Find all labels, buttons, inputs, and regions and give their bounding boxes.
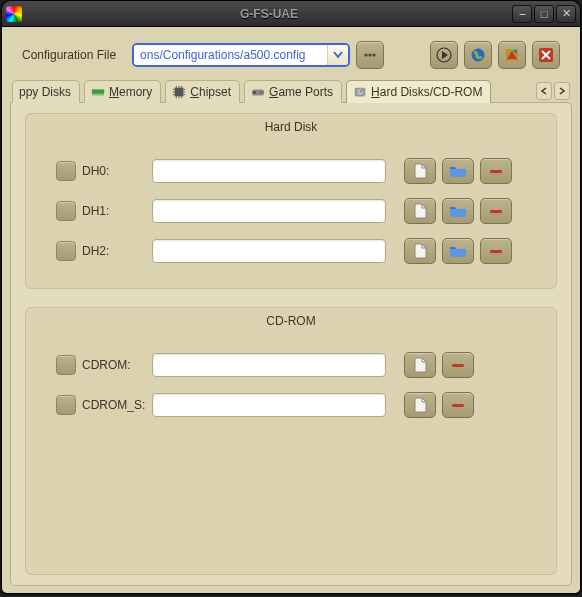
web-button[interactable]	[464, 41, 492, 69]
theme-button[interactable]	[498, 41, 526, 69]
checkbox-cdrom-enable[interactable]	[56, 355, 76, 375]
label-dh2: DH2:	[82, 244, 146, 258]
input-dh1-path[interactable]	[152, 199, 386, 223]
row-cdrom: CDROM:	[56, 352, 536, 378]
label-cdrom-s: CDROM_S:	[82, 398, 146, 412]
tab-label: Chipset	[190, 85, 231, 99]
config-file-combo[interactable]	[132, 43, 350, 67]
checkbox-dh2-enable[interactable]	[56, 241, 76, 261]
group-caption: Hard Disk	[26, 120, 556, 134]
checkbox-dh0-enable[interactable]	[56, 161, 76, 181]
gamepad-icon	[251, 85, 265, 99]
group-caption: CD-ROM	[26, 314, 556, 328]
file-icon	[411, 163, 429, 179]
label-dh0: DH0:	[82, 164, 146, 178]
chevron-left-icon	[540, 87, 548, 95]
remove-icon	[449, 397, 467, 413]
checkbox-dh1-enable[interactable]	[56, 201, 76, 221]
run-button[interactable]	[430, 41, 458, 69]
checkbox-cdrom-s-enable[interactable]	[56, 395, 76, 415]
tab-label: Memory	[109, 85, 152, 99]
config-file-input[interactable]	[134, 45, 327, 65]
dh1-remove-button[interactable]	[480, 198, 512, 224]
dh0-new-button[interactable]	[404, 158, 436, 184]
tab-memory[interactable]: Memory	[84, 80, 161, 103]
close-icon	[538, 47, 554, 63]
tab-label: ppy Disks	[19, 85, 71, 99]
row-dh1: DH1:	[56, 198, 536, 224]
dh1-new-button[interactable]	[404, 198, 436, 224]
window-title: G-FS-UAE	[28, 7, 510, 21]
config-file-label: Configuration File	[22, 48, 116, 62]
cdrom-s-remove-button[interactable]	[442, 392, 474, 418]
chevron-down-icon	[333, 50, 343, 60]
file-icon	[411, 243, 429, 259]
row-dh0: DH0:	[56, 158, 536, 184]
file-icon	[411, 397, 429, 413]
play-icon	[436, 47, 452, 63]
config-toolbar: Configuration File	[10, 35, 572, 77]
browse-config-button[interactable]	[356, 41, 384, 69]
remove-icon	[487, 163, 505, 179]
tab-label: Hard Disks/CD-ROM	[371, 85, 482, 99]
input-dh0-path[interactable]	[152, 159, 386, 183]
file-icon	[411, 203, 429, 219]
tab-page-hard-disks: Hard Disk DH0: DH1:	[10, 102, 572, 586]
tab-game-ports[interactable]: Game Ports	[244, 80, 342, 103]
tab-floppy-disks[interactable]: ppy Disks	[12, 80, 80, 103]
client-area: Configuration File	[2, 27, 580, 594]
group-cdrom: CD-ROM CDROM: CDROM_S:	[25, 307, 557, 575]
ellipsis-icon	[362, 47, 378, 63]
label-cdrom: CDROM:	[82, 358, 146, 372]
config-file-dropdown-button[interactable]	[327, 45, 348, 65]
row-dh2: DH2:	[56, 238, 536, 264]
label-dh1: DH1:	[82, 204, 146, 218]
dh0-remove-button[interactable]	[480, 158, 512, 184]
cdrom-s-new-button[interactable]	[404, 392, 436, 418]
group-hard-disk: Hard Disk DH0: DH1:	[25, 113, 557, 289]
app-icon	[6, 6, 22, 22]
input-cdrom-s-path[interactable]	[152, 393, 386, 417]
dh2-new-button[interactable]	[404, 238, 436, 264]
dh0-browse-button[interactable]	[442, 158, 474, 184]
dh2-remove-button[interactable]	[480, 238, 512, 264]
globe-icon	[470, 47, 486, 63]
tab-hard-disks-cdrom[interactable]: Hard Disks/CD-ROM	[346, 80, 491, 103]
hard-disk-icon	[353, 85, 367, 99]
memory-icon	[91, 85, 105, 99]
input-cdrom-path[interactable]	[152, 353, 386, 377]
tab-label: Game Ports	[269, 85, 333, 99]
row-cdrom-s: CDROM_S:	[56, 392, 536, 418]
chip-icon	[172, 85, 186, 99]
minimize-button[interactable]: ‒	[512, 5, 532, 23]
remove-icon	[449, 357, 467, 373]
maximize-button[interactable]: □	[534, 5, 554, 23]
close-config-button[interactable]	[532, 41, 560, 69]
close-window-button[interactable]: ✕	[556, 5, 576, 23]
remove-icon	[487, 203, 505, 219]
palette-icon	[504, 47, 520, 63]
tab-scroll-right-button[interactable]	[554, 82, 570, 100]
dh2-browse-button[interactable]	[442, 238, 474, 264]
tab-bar: ppy Disks Memory Chipset Game Ports Hard…	[10, 79, 572, 102]
remove-icon	[487, 243, 505, 259]
tab-chipset[interactable]: Chipset	[165, 80, 240, 103]
titlebar: G-FS-UAE ‒ □ ✕	[2, 1, 580, 27]
folder-icon	[449, 203, 467, 219]
folder-icon	[449, 243, 467, 259]
chevron-right-icon	[558, 87, 566, 95]
cdrom-new-button[interactable]	[404, 352, 436, 378]
folder-icon	[449, 163, 467, 179]
file-icon	[411, 357, 429, 373]
app-window: G-FS-UAE ‒ □ ✕ Configuration File	[1, 0, 581, 594]
input-dh2-path[interactable]	[152, 239, 386, 263]
tab-scroll-left-button[interactable]	[536, 82, 552, 100]
dh1-browse-button[interactable]	[442, 198, 474, 224]
cdrom-remove-button[interactable]	[442, 352, 474, 378]
